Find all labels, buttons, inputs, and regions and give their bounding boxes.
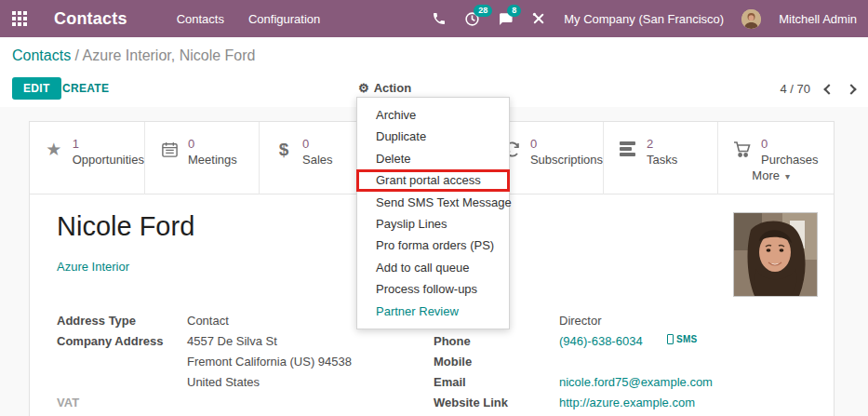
stat-button-tasks[interactable]: 2Tasks bbox=[603, 122, 717, 195]
menu-item-partner-review[interactable]: Partner Review bbox=[357, 301, 509, 322]
field-value-job-position: Director bbox=[559, 314, 602, 328]
stat-value: 1 bbox=[73, 137, 144, 151]
star-icon: ★ bbox=[44, 141, 64, 158]
stat-value: 0 bbox=[530, 137, 603, 151]
stat-label: Tasks bbox=[647, 153, 677, 167]
calendar-icon bbox=[159, 141, 180, 158]
create-button[interactable]: CREATE bbox=[62, 82, 109, 95]
field-value-country: United States bbox=[187, 375, 260, 389]
field-value-street: 4557 De Silva St bbox=[187, 334, 277, 348]
messages-chat-icon[interactable]: 8 bbox=[498, 11, 514, 27]
gear-icon: ⚙ bbox=[358, 81, 369, 95]
field-label-website: Website Link bbox=[434, 396, 508, 409]
user-avatar[interactable] bbox=[741, 9, 761, 29]
field-label-phone: Phone bbox=[434, 334, 471, 348]
menu-item-process-follow-ups[interactable]: Process follow-ups bbox=[357, 278, 509, 300]
menu-item-archive[interactable]: Archive bbox=[357, 104, 509, 126]
dollar-icon: $ bbox=[274, 141, 294, 158]
contact-name-heading: Nicole Ford bbox=[57, 211, 194, 242]
apps-menu-icon[interactable] bbox=[12, 11, 27, 26]
app-title: Contacts bbox=[54, 9, 127, 29]
message-count-badge: 8 bbox=[507, 5, 521, 17]
pager-value: 4 / 70 bbox=[780, 82, 810, 96]
sms-label: SMS bbox=[676, 334, 698, 344]
field-label-company-address: Company Address bbox=[57, 334, 163, 348]
activities-clock-icon[interactable]: 28 bbox=[464, 11, 480, 27]
field-label-address-type: Address Type bbox=[57, 314, 136, 328]
stat-value: 2 bbox=[647, 137, 677, 151]
menu-item-payslip-lines[interactable]: Payslip Lines bbox=[357, 213, 509, 235]
tools-wrench-icon[interactable] bbox=[531, 11, 546, 26]
breadcrumb-current: Azure Interior, Nicole Ford bbox=[83, 47, 256, 63]
stat-button-meetings[interactable]: 0Meetings bbox=[144, 122, 259, 195]
phone-call-icon[interactable] bbox=[432, 11, 447, 26]
stat-value: 0 bbox=[188, 137, 237, 151]
stat-button-purchases[interactable]: 0Purchases bbox=[717, 122, 835, 195]
stat-label: Meetings bbox=[188, 153, 237, 167]
parent-company-link[interactable]: Azure Interior bbox=[57, 260, 129, 274]
stat-value: 0 bbox=[761, 137, 818, 151]
action-label: Action bbox=[374, 81, 411, 95]
menu-item-send-sms[interactable]: Send SMS Text Message bbox=[357, 192, 509, 213]
menu-item-pro-forma-orders[interactable]: Pro forma orders (PS) bbox=[357, 235, 509, 256]
more-stats-button[interactable]: More▾ bbox=[752, 168, 790, 182]
record-pager: 4 / 70 bbox=[780, 82, 855, 96]
field-value-phone-link[interactable]: (946)-638-6034 bbox=[559, 334, 643, 348]
stat-label: Sales bbox=[302, 153, 333, 167]
field-value-address-type: Contact bbox=[187, 314, 229, 328]
chevron-down-icon: ▾ bbox=[785, 171, 790, 181]
cart-icon bbox=[732, 141, 753, 158]
field-label-mobile: Mobile bbox=[434, 355, 472, 369]
user-menu[interactable]: Mitchell Admin bbox=[779, 12, 857, 26]
breadcrumb-contacts-link[interactable]: Contacts bbox=[12, 47, 71, 63]
stat-label: Subscriptions bbox=[530, 153, 603, 167]
action-menu-toggle[interactable]: ⚙ Action bbox=[358, 81, 411, 95]
activity-count-badge: 28 bbox=[474, 5, 492, 17]
nav-item-contacts[interactable]: Contacts bbox=[177, 12, 224, 26]
menu-item-delete[interactable]: Delete bbox=[357, 148, 509, 169]
menu-item-grant-portal-access[interactable]: Grant portal access bbox=[357, 169, 509, 191]
breadcrumb-separator: / bbox=[75, 47, 79, 63]
tasks-icon bbox=[618, 141, 638, 156]
field-value-email-link[interactable]: nicole.ford75@example.com bbox=[559, 375, 713, 389]
company-switcher[interactable]: My Company (San Francisco) bbox=[564, 12, 724, 26]
stat-value: 0 bbox=[302, 137, 333, 151]
top-navbar: Contacts Contacts Configuration 28 8 bbox=[0, 0, 868, 37]
nav-item-configuration[interactable]: Configuration bbox=[248, 12, 320, 26]
menu-item-duplicate[interactable]: Duplicate bbox=[357, 126, 509, 147]
contact-photo[interactable] bbox=[733, 212, 818, 297]
menu-item-add-to-call-queue[interactable]: Add to call queue bbox=[357, 257, 509, 278]
field-value-website-link[interactable]: http://azure.example.com bbox=[559, 396, 695, 409]
stat-label: Purchases bbox=[761, 153, 818, 167]
edit-button[interactable]: EDIT bbox=[12, 77, 61, 100]
sms-phone-icon bbox=[667, 334, 674, 344]
field-value-city-state-zip: Fremont California (US) 94538 bbox=[187, 355, 352, 369]
field-label-email: Email bbox=[434, 375, 466, 389]
pager-previous-icon[interactable] bbox=[823, 84, 834, 94]
action-dropdown-menu: Archive Duplicate Delete Grant portal ac… bbox=[356, 97, 510, 329]
breadcrumb: Contacts / Azure Interior, Nicole Ford bbox=[12, 47, 255, 64]
send-sms-button[interactable]: SMS bbox=[667, 334, 698, 344]
pager-next-icon[interactable] bbox=[846, 84, 856, 94]
contacts-app-screen: Contacts Contacts Configuration 28 8 bbox=[0, 0, 868, 416]
stat-label: Opportunities bbox=[73, 153, 144, 167]
stat-button-opportunities[interactable]: ★ 1Opportunities bbox=[30, 122, 144, 195]
field-label-vat: VAT bbox=[57, 396, 79, 409]
